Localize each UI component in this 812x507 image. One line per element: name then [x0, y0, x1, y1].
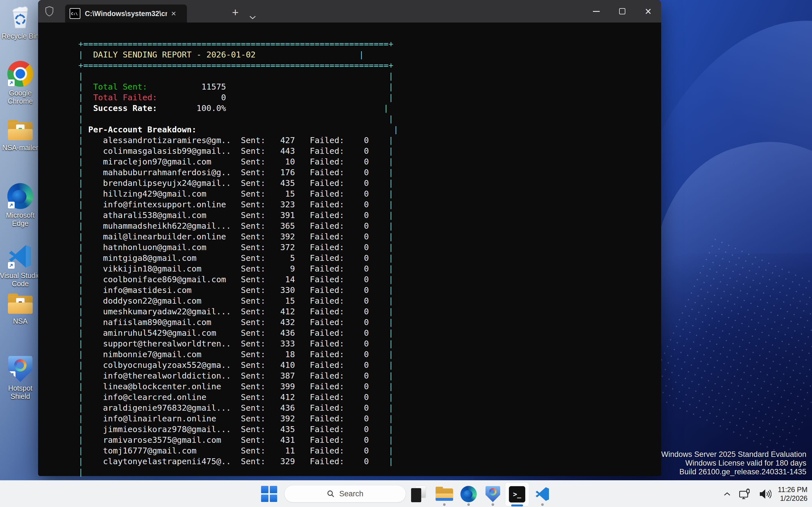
terminal-icon: >_ [509, 486, 525, 503]
shortcut-arrow-icon [8, 262, 15, 269]
report-account-row: | muhammadsheikh622@gmail... Sent: 365 F… [79, 221, 398, 231]
taskbar-app-edge[interactable] [456, 481, 481, 507]
report-account-row: | support@therealworldtren.. Sent: 333 F… [79, 338, 398, 349]
system-info: Windows Server 2025 Standard Evaluation … [661, 450, 806, 476]
taskbar-app-terminal[interactable]: >_ [505, 481, 529, 507]
report-account-row: | atharali538@gmail.com Sent: 391 Failed… [79, 210, 398, 221]
terminal-lines[interactable]: +=======================================… [79, 39, 398, 477]
shortcut-arrow-icon [8, 202, 15, 209]
hotspot-shield-icon [486, 486, 500, 502]
desktop-icon-recycle-bin[interactable]: Recycle Bin [0, 4, 41, 40]
desktop: Recycle Bin Google Chrome NSA-mailer Mic… [0, 0, 812, 507]
system-info-line: Build 26100.ge_release.240331-1435 [661, 467, 806, 476]
chrome-icon [7, 61, 33, 87]
system-tray [715, 481, 780, 507]
taskbar-app-vscode[interactable] [530, 481, 555, 507]
report-account-row: | mail@linearbuilder.online Sent: 392 Fa… [79, 231, 398, 242]
edge-icon [7, 183, 33, 209]
search-input[interactable]: Search [284, 485, 406, 503]
desktop-icon-label: Google Chrome [3, 89, 37, 105]
running-indicator [492, 503, 494, 506]
report-account-row: | info@mastidesi.com Sent: 330 Failed: 0… [79, 285, 398, 295]
edge-icon [460, 486, 477, 502]
system-info-line: Windows Server 2025 Standard Evaluation [661, 450, 806, 459]
maximize-button[interactable] [609, 0, 635, 22]
report-account-row: | coolboniface869@gmail.com Sent: 14 Fai… [79, 274, 398, 285]
start-button[interactable] [257, 481, 282, 507]
tab-close-button[interactable]: × [171, 9, 176, 18]
report-account-row: | colbyocnugalyzoax552@gma.. Sent: 410 F… [79, 360, 398, 371]
report-account-row: | doddyson22@gmail.com Sent: 15 Failed: … [79, 295, 398, 306]
desktop-icon-nsa[interactable]: NSA [0, 293, 41, 325]
report-border: +=======================================… [79, 60, 398, 71]
shortcut-arrow-icon [8, 79, 15, 86]
terminal-tab[interactable]: C:\ C:\Windows\system32\cmd.ex × [65, 4, 187, 22]
report-blank: | [79, 467, 398, 477]
wallpaper-dots [642, 235, 812, 458]
close-button[interactable]: × [635, 0, 661, 22]
speaker-icon[interactable] [759, 489, 771, 500]
desktop-icon-google-chrome[interactable]: Google Chrome [0, 61, 41, 105]
taskbar-app-hotspot-shield[interactable] [480, 481, 505, 507]
report-account-row: | mintgiga8@gmail.com Sent: 5 Failed: 0 … [79, 252, 398, 263]
desktop-icon-label: NSA [0, 317, 41, 325]
file-explorer-icon [436, 487, 453, 501]
report-account-row: | hillzing429@gmail.com Sent: 15 Failed:… [79, 188, 398, 199]
report-account-row: | miraclejon97@gmail.com Sent: 10 Failed… [79, 156, 398, 167]
desktop-icon-vscode[interactable]: Visual Studio Code [0, 243, 41, 288]
report-summary-row: | Total Failed: 0 | [79, 92, 398, 103]
report-account-row: | vikkijin18@gmail.com Sent: 9 Failed: 0… [79, 263, 398, 274]
report-account-row: | colinmasgalasisb99@gmail.. Sent: 443 F… [79, 146, 398, 156]
folder-icon [7, 119, 34, 142]
report-account-row: | linea@blockcenter.online Sent: 399 Fai… [79, 381, 398, 392]
taskbar-app-taskview[interactable] [406, 481, 431, 507]
report-account-row: | nimbonnie7@gmail.com Sent: 18 Failed: … [79, 349, 398, 360]
report-account-row: | jimmieosikoraz978@gmail... Sent: 435 F… [79, 424, 398, 435]
report-account-row: | ramivarose3575@gmail.com Sent: 431 Fai… [79, 435, 398, 445]
desktop-icon-microsoft-edge[interactable]: Microsoft Edge [0, 183, 41, 228]
vscode-icon [535, 486, 550, 502]
taskbar-app-file-explorer[interactable] [432, 481, 457, 507]
desktop-icon-label: Recycle Bin [0, 32, 41, 40]
hotspot-shield-icon [8, 355, 33, 382]
desktop-icon-label: Microsoft Edge [2, 211, 39, 228]
report-account-row: | info@clearcred.online Sent: 412 Failed… [79, 392, 398, 402]
desktop-icon-label: Hotspot Shield [3, 384, 37, 400]
cmd-icon: C:\ [70, 8, 80, 19]
tray-chevron-up-icon[interactable] [723, 492, 731, 497]
desktop-icon-nsa-mailer[interactable]: NSA-mailer [0, 119, 41, 152]
report-account-row: | aminruhul5429@gmail.com Sent: 436 Fail… [79, 328, 398, 338]
clock-date: 1/2/2026 [778, 494, 808, 503]
report-account-row: | tomj16777@gmail.com Sent: 11 Failed: 0… [79, 445, 398, 456]
search-icon [327, 490, 335, 498]
report-border: +=======================================… [79, 39, 398, 49]
network-icon[interactable] [739, 489, 751, 500]
windows-logo-icon [261, 486, 277, 502]
report-account-row: | nafiislam890@gmail.com Sent: 432 Faile… [79, 317, 398, 328]
tab-title: C:\Windows\system32\cmd.ex [85, 10, 167, 18]
folder-icon [7, 293, 34, 315]
taskbar-clock[interactable]: 11:26 PM 1/2/2026 [778, 481, 808, 507]
admin-shield-icon [43, 5, 56, 17]
clock-time: 11:26 PM [778, 485, 808, 494]
desktop-icon-hotspot-shield[interactable]: Hotspot Shield [0, 355, 41, 400]
active-running-indicator [511, 504, 523, 506]
tab-dropdown-button[interactable] [249, 10, 256, 22]
window-titlebar[interactable]: C:\ C:\Windows\system32\cmd.ex × + × [38, 0, 661, 22]
vscode-icon [7, 243, 33, 269]
taskview-icon [410, 486, 426, 502]
report-account-row: | mahabuburrahmanferdosi@g.. Sent: 176 F… [79, 167, 398, 178]
active-app-highlight: >_ [505, 482, 529, 506]
report-account-row: | claytonyelastrapenii475@.. Sent: 329 F… [79, 456, 398, 467]
new-tab-button[interactable]: + [232, 6, 239, 19]
recycle-bin-icon [7, 4, 33, 30]
report-account-row: | brendanlipseyujx24@gmail.. Sent: 435 F… [79, 178, 398, 188]
report-account-row: | info@linairlearn.online Sent: 392 Fail… [79, 413, 398, 424]
desktop-icon-label: NSA-mailer [0, 144, 44, 152]
report-account-row: | umeshkumaryadaw22@gmail... Sent: 412 F… [79, 306, 398, 317]
report-account-row: | araldigenie976832@gmail... Sent: 436 F… [79, 402, 398, 413]
minimize-button[interactable] [583, 0, 609, 22]
running-indicator [467, 503, 470, 506]
report-account-row: | info@fintexsupport.online Sent: 323 Fa… [79, 199, 398, 210]
report-account-row: | hatnhonluon@gmail.com Sent: 372 Failed… [79, 242, 398, 252]
